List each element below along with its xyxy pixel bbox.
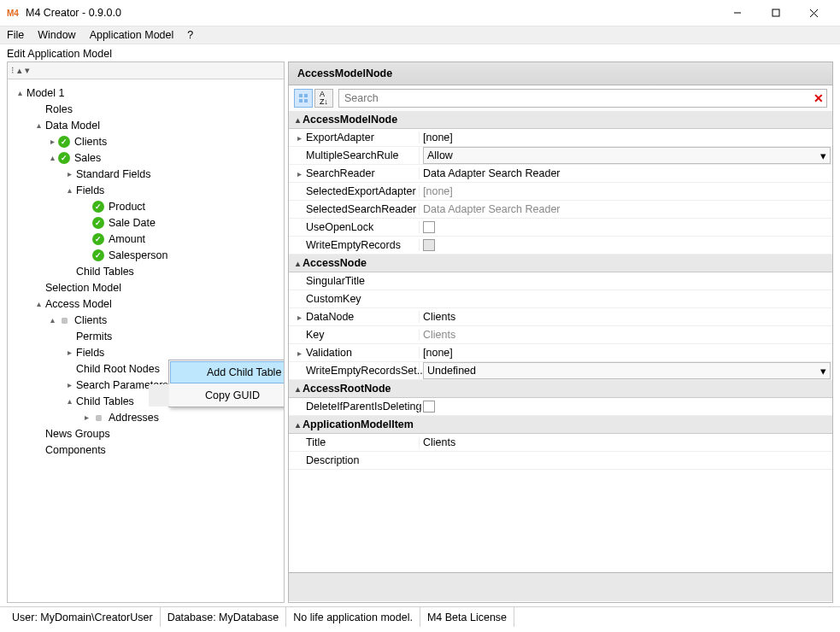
prop-name: WriteEmptyRecords: [306, 239, 401, 251]
expander-icon[interactable]: ▸: [294, 169, 304, 178]
tree-toolbar[interactable]: ⁝ ▴ ▾: [8, 62, 284, 79]
close-button[interactable]: [795, 1, 833, 25]
svg-rect-6: [304, 94, 308, 97]
property-grid[interactable]: ▴AccessModelNode ▸ExportAdapter[none] Mu…: [288, 111, 833, 603]
svg-rect-5: [299, 94, 303, 97]
expander-icon[interactable]: ▸: [47, 137, 57, 146]
tree-child-tables[interactable]: Child Tables: [74, 266, 136, 278]
tree-sale-date[interactable]: Sale Date: [107, 217, 157, 229]
check-circle-icon: ✓: [91, 200, 105, 214]
status-life-model: No life application model.: [286, 607, 420, 627]
expander-icon[interactable]: ▸: [294, 313, 304, 322]
expander-icon[interactable]: ▴: [15, 88, 25, 97]
menu-item-copy-guid[interactable]: Copy GUID: [149, 384, 284, 407]
menu-window[interactable]: Window: [38, 29, 75, 41]
tree-sales[interactable]: Sales: [73, 152, 103, 164]
prop-name: ExportAdapter: [306, 132, 374, 143]
menu-help[interactable]: ?: [187, 29, 193, 41]
prop-name: Key: [306, 329, 325, 341]
tree-addresses[interactable]: Addresses: [107, 412, 161, 424]
expander-icon[interactable]: ▴: [64, 396, 74, 406]
expander-icon[interactable]: ▴: [47, 153, 57, 162]
tree-roles[interactable]: Roles: [44, 103, 74, 115]
prop-name: SearchReader: [306, 167, 375, 179]
status-bar: User: MyDomain\CreatorUser Database: MyD…: [0, 606, 840, 627]
tree-am-clients[interactable]: Clients: [73, 314, 109, 326]
svg-text:M4: M4: [7, 9, 19, 18]
expander-icon[interactable]: ▴: [292, 420, 303, 430]
expander-icon[interactable]: ▴: [64, 185, 74, 195]
expander-icon[interactable]: ▸: [64, 348, 74, 357]
tree-components[interactable]: Components: [44, 444, 108, 456]
tree-salesperson[interactable]: Salesperson: [107, 249, 170, 261]
expander-icon[interactable]: ▴: [292, 115, 303, 125]
expander-icon[interactable]: ▸: [294, 133, 304, 143]
category-label: AccessModelNode: [303, 114, 397, 126]
expander-icon[interactable]: ▴: [47, 315, 57, 325]
prop-value[interactable]: [none]: [419, 132, 832, 143]
tree-am-fields[interactable]: Fields: [74, 347, 106, 359]
prop-name: Title: [306, 436, 326, 448]
checkbox: [423, 239, 435, 251]
tree-am-child-tables[interactable]: Child Tables: [74, 395, 136, 407]
tree-product[interactable]: Product: [107, 201, 147, 213]
expander-icon[interactable]: ▸: [81, 413, 91, 422]
window-title: M4 Creator - 0.9.0.0: [26, 7, 718, 19]
category-label: ApplicationModelItem: [303, 418, 414, 430]
tree-news-groups[interactable]: News Groups: [44, 428, 112, 440]
dropdown[interactable]: Allow▾: [423, 147, 831, 164]
menu-application-model[interactable]: Application Model: [90, 29, 174, 41]
property-panel: AccessModelNode AZ↓ ✕ ▴AccessModelNode ▸…: [288, 61, 833, 603]
prop-value[interactable]: Clients: [419, 436, 832, 448]
expander-icon[interactable]: ▴: [292, 384, 303, 394]
model-tree[interactable]: ▴Model 1 Roles ▴Data Model ▸✓Clients ▴✓S…: [8, 79, 284, 602]
sort-categorized-button[interactable]: [294, 89, 313, 108]
menu-item-add-child-table[interactable]: Add Child Table: [170, 361, 284, 383]
category-label: AccessNode: [303, 257, 367, 269]
tree-panel: ⁝ ▴ ▾ ▴Model 1 Roles ▴Data Model ▸✓Clien…: [7, 61, 285, 603]
minimize-button[interactable]: [718, 1, 756, 25]
dropdown[interactable]: Undefined▾: [423, 362, 831, 379]
prop-name: DeleteIfParentIsDeleting: [306, 401, 422, 413]
tree-amount[interactable]: Amount: [107, 233, 147, 245]
tree-selection-model[interactable]: Selection Model: [44, 282, 123, 294]
prop-name: SelectedSearchReader: [306, 203, 416, 215]
prop-name: CustomKey: [306, 293, 361, 305]
property-panel-header: AccessModelNode: [288, 61, 833, 85]
tree-data-model[interactable]: Data Model: [44, 120, 102, 132]
checkbox[interactable]: [423, 401, 435, 413]
expander-icon[interactable]: ▸: [64, 380, 74, 389]
expander-icon[interactable]: ▸: [64, 169, 74, 178]
svg-rect-7: [299, 99, 303, 102]
expander-icon[interactable]: ▸: [294, 348, 304, 358]
tree-access-model[interactable]: Access Model: [44, 298, 114, 310]
expander-icon[interactable]: ▴: [292, 259, 303, 268]
expander-icon[interactable]: ▴: [33, 120, 44, 130]
prop-value[interactable]: [none]: [419, 347, 832, 359]
columns-icon: ▥: [57, 313, 71, 327]
expander-icon[interactable]: ▴: [33, 299, 44, 308]
tree-standard-fields[interactable]: Standard Fields: [74, 168, 153, 180]
tree-root[interactable]: Model 1: [25, 87, 66, 99]
maximize-button[interactable]: [756, 1, 795, 25]
menu-file[interactable]: File: [7, 29, 24, 41]
tree-fields[interactable]: Fields: [74, 184, 106, 196]
prop-value[interactable]: Clients: [419, 311, 832, 323]
check-circle-icon: ✓: [91, 216, 105, 230]
tree-child-root-nodes[interactable]: Child Root Nodes: [74, 363, 162, 375]
menu-bar: File Window Application Model ?: [0, 26, 840, 44]
property-search-input[interactable]: [338, 89, 827, 108]
prop-name: SingularTitle: [306, 275, 365, 287]
status-user: User: MyDomain\CreatorUser: [5, 607, 161, 627]
sort-alpha-button[interactable]: AZ↓: [314, 89, 333, 108]
checkbox[interactable]: [423, 221, 435, 233]
prop-name: WriteEmptyRecordsSet...: [306, 365, 426, 377]
tree-clients[interactable]: Clients: [73, 136, 109, 148]
check-circle-icon: ✓: [91, 249, 105, 262]
context-menu: Add Child Table Copy GUID: [168, 360, 284, 407]
svg-rect-8: [304, 99, 308, 102]
prop-value[interactable]: Data Adapter Search Reader: [419, 167, 832, 179]
clear-search-icon[interactable]: ✕: [814, 91, 824, 105]
tree-permits[interactable]: Permits: [74, 331, 114, 342]
svg-rect-2: [772, 9, 779, 16]
